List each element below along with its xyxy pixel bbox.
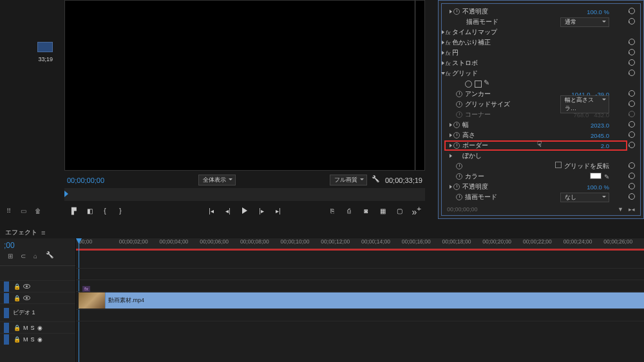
reset-icon[interactable]: [629, 8, 635, 15]
reset-icon[interactable]: [629, 90, 635, 98]
reset-icon[interactable]: [629, 162, 635, 170]
ellipse-mask-icon[interactable]: [465, 81, 472, 88]
track-target[interactable]: [4, 334, 9, 345]
add-marker-icon[interactable]: ▛: [70, 206, 79, 215]
reset-icon[interactable]: [629, 59, 635, 67]
resolution-select[interactable]: フル画質: [330, 175, 367, 186]
blur-label[interactable]: ぼかし: [462, 152, 482, 160]
zoom-level-select[interactable]: 全体表示: [198, 175, 236, 186]
reset-icon[interactable]: [629, 18, 635, 26]
voiceover-icon[interactable]: ◉: [37, 336, 43, 343]
program-timecode-current[interactable]: 00;00;00;00: [67, 176, 104, 184]
source-thumbnail[interactable]: [37, 42, 53, 52]
filter-icon[interactable]: ▼: [618, 206, 623, 213]
time-remap-effect[interactable]: タイムリマップ: [452, 28, 497, 37]
mark-out-icon[interactable]: {: [100, 206, 109, 215]
border-label: ボーダー: [462, 142, 488, 150]
step-forward-icon[interactable]: |▸: [257, 206, 266, 215]
width-value[interactable]: 2023.0: [591, 122, 609, 129]
reset-icon[interactable]: [629, 70, 635, 77]
button-editor-icon[interactable]: »+: [412, 204, 421, 217]
marker-tool-icon[interactable]: ⌂: [33, 252, 41, 260]
track-lock-icon[interactable]: 🔒: [13, 294, 21, 302]
timeline-panel: ;00 ⊞ ⊂ ⌂ 🔒 🔒 ビデオ 1 🔒MS◉ 🔒MS◉ 00;0000;00…: [0, 238, 644, 362]
program-viewer[interactable]: [64, 0, 425, 171]
export-frame-icon[interactable]: ◙: [361, 206, 370, 215]
track-target[interactable]: [4, 308, 9, 318]
reset-icon[interactable]: [629, 49, 635, 57]
reset-icon[interactable]: [629, 183, 635, 191]
mute-button[interactable]: M: [23, 325, 28, 331]
reset-icon[interactable]: [629, 131, 635, 139]
delete-icon[interactable]: 🗑: [35, 207, 44, 216]
go-to-out-icon[interactable]: ▸|: [274, 206, 283, 215]
mark-in-icon[interactable]: ◧: [85, 206, 94, 215]
clip-fx-badge: fx: [82, 286, 90, 292]
lift-icon[interactable]: ⎘: [328, 206, 337, 215]
time-ruler[interactable]: 00;0000;00;02;0000;00;04;0000;00;06;0000…: [76, 238, 644, 249]
mask-tools: [442, 81, 491, 88]
grid-blend-select[interactable]: なし: [560, 193, 609, 202]
solo-button[interactable]: S: [31, 336, 35, 343]
grid-effect[interactable]: グリッド: [452, 70, 478, 78]
panel-menu-icon[interactable]: ≡: [41, 229, 45, 236]
list-view-icon[interactable]: ⠿: [6, 207, 15, 216]
mark-clip-icon[interactable]: }: [116, 206, 125, 215]
grid-opacity-label: 不透明度: [462, 183, 488, 191]
voiceover-icon[interactable]: ◉: [37, 325, 43, 331]
settings-icon[interactable]: [372, 176, 380, 184]
timeline-track-header: ;00 ⊞ ⊂ ⌂ 🔒 🔒 ビデオ 1 🔒MS◉ 🔒MS◉: [0, 238, 76, 362]
step-back-icon[interactable]: ◂|: [223, 206, 232, 215]
track-lock-icon[interactable]: 🔒: [13, 283, 21, 291]
safe-margin-icon[interactable]: ▢: [395, 206, 404, 215]
snap-icon[interactable]: ⊞: [8, 252, 15, 260]
clip-thumbnail: [79, 292, 106, 309]
reset-icon[interactable]: [629, 121, 635, 129]
reset-icon[interactable]: [629, 142, 635, 149]
timeline-timecode[interactable]: ;00: [4, 241, 71, 250]
solo-button[interactable]: S: [31, 325, 35, 331]
reset-icon[interactable]: [629, 100, 635, 108]
play-icon[interactable]: [240, 206, 249, 215]
comparison-icon[interactable]: ▦: [378, 206, 387, 215]
track-visibility-icon[interactable]: [23, 296, 30, 300]
pen-mask-icon[interactable]: [484, 81, 491, 88]
track-target[interactable]: [4, 281, 9, 292]
blend-mode-select[interactable]: 通常: [560, 17, 609, 27]
color-cast-effect[interactable]: 色かぶり補正: [452, 39, 491, 47]
timeline-tracks[interactable]: 00;0000;00;02;0000;00;04;0000;00;06;0000…: [76, 238, 644, 362]
effect-controls-panel: 不透明度 100.0 % 描画モード 通常 fxタイムリマップ fx色かぶり補正…: [438, 0, 644, 219]
fx-timeline-timecode[interactable]: 00;00;00;00: [447, 206, 478, 213]
reset-icon[interactable]: [629, 173, 635, 180]
track-lock-icon[interactable]: 🔒: [13, 336, 21, 343]
invert-checkbox[interactable]: [555, 162, 562, 168]
video-clip[interactable]: fx 動画素材.mp4: [79, 292, 644, 309]
effects-tab[interactable]: エフェクト≡: [0, 225, 50, 240]
rect-mask-icon[interactable]: [475, 81, 482, 88]
circle-effect[interactable]: 円: [452, 49, 459, 57]
eyedropper-icon[interactable]: ✎: [604, 173, 609, 180]
opacity-value[interactable]: 100.0 %: [587, 8, 609, 15]
linked-selection-icon[interactable]: ⊂: [21, 252, 28, 260]
track-lock-icon[interactable]: 🔒: [13, 324, 21, 332]
track-target[interactable]: [4, 323, 9, 333]
reset-icon[interactable]: [629, 193, 635, 201]
timeline-settings-icon[interactable]: [46, 252, 54, 260]
extract-icon[interactable]: ⎙: [345, 206, 354, 215]
height-value[interactable]: 2045.0: [591, 132, 609, 139]
go-to-in-icon[interactable]: |◂: [207, 206, 216, 215]
reset-icon[interactable]: [629, 111, 635, 119]
grid-opacity-value[interactable]: 100.0 %: [587, 184, 609, 191]
strobe-effect[interactable]: ストロボ: [452, 59, 478, 68]
border-value[interactable]: 2.0: [601, 142, 609, 149]
pin-icon[interactable]: ▸◂: [629, 206, 635, 213]
color-swatch[interactable]: [590, 173, 601, 179]
video-track-1-label: ビデオ 1: [13, 309, 71, 317]
reset-icon[interactable]: [629, 39, 635, 46]
new-bin-icon[interactable]: ▭: [21, 207, 30, 216]
mute-button[interactable]: M: [23, 336, 28, 343]
playhead-marker-icon[interactable]: [64, 191, 68, 197]
track-visibility-icon[interactable]: [23, 284, 30, 289]
program-scrubber[interactable]: [64, 188, 425, 201]
track-target[interactable]: [4, 293, 9, 303]
